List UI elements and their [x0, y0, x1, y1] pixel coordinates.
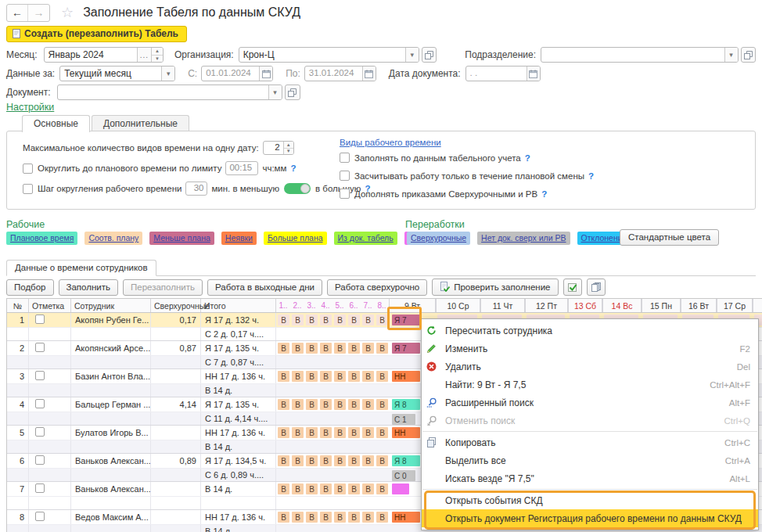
day-cell[interactable]: В: [320, 315, 332, 325]
day-cell[interactable]: В: [278, 399, 289, 410]
row-checkbox[interactable]: [35, 455, 45, 465]
legend-chip[interactable]: Нет док. сверх или РВ: [477, 232, 570, 245]
day-cell[interactable]: В: [306, 399, 318, 410]
day-cell[interactable]: В: [334, 343, 346, 354]
doc-date-field[interactable]: . .: [465, 66, 541, 81]
day-cell[interactable]: В: [376, 483, 388, 494]
month-field[interactable]: Январь 2024 ... ▲▼: [44, 47, 164, 63]
day-column-collapsed-header[interactable]: 6..: [347, 299, 361, 312]
day-cell[interactable]: В: [292, 343, 304, 354]
context-menu-item[interactable]: Отменить поискCtrl+Q: [422, 412, 758, 430]
legend-chip[interactable]: Больше плана: [264, 232, 327, 245]
orders-checkbox[interactable]: [340, 189, 350, 199]
day9-cell[interactable]: Я 7: [392, 343, 420, 354]
toolbar-button[interactable]: Проверить заполнение: [432, 279, 558, 296]
column-header[interactable]: Итого: [201, 299, 276, 312]
day-cell[interactable]: В: [348, 371, 360, 382]
day-column-header[interactable]: 10 Ср: [436, 299, 480, 312]
toolbar-button[interactable]: Работа сверхурочно: [327, 279, 427, 296]
day-cell[interactable]: В: [306, 455, 318, 466]
month-more-button[interactable]: ...: [137, 48, 151, 62]
document-field[interactable]: ▾: [57, 84, 282, 100]
day-cell[interactable]: В: [362, 512, 374, 523]
day-cell[interactable]: В: [376, 399, 388, 410]
row-checkbox[interactable]: [35, 315, 45, 324]
day-cell[interactable]: В: [348, 343, 360, 354]
day-cell[interactable]: В: [348, 399, 360, 410]
day-cell[interactable]: В: [306, 315, 318, 325]
row-checkbox[interactable]: [35, 371, 45, 380]
settings-link[interactable]: Настройки: [6, 102, 54, 113]
day-cell[interactable]: В: [306, 483, 318, 494]
organization-field[interactable]: Крон-Ц ▾: [239, 47, 419, 63]
toolbar-button[interactable]: Перезаполнить: [123, 279, 203, 296]
day-cell[interactable]: В: [348, 483, 360, 494]
to-calendar-icon[interactable]: [362, 66, 376, 81]
tab-additional[interactable]: Дополнительные: [92, 115, 189, 132]
day-cell[interactable]: В: [362, 427, 374, 438]
organization-open-button[interactable]: [422, 47, 437, 63]
row-checkbox[interactable]: [35, 512, 45, 521]
day9-cell[interactable]: НН: [392, 427, 420, 438]
day-cell[interactable]: В: [292, 427, 304, 438]
cb2-help-icon[interactable]: ?: [588, 171, 594, 181]
day-column-header[interactable]: 9 Вт: [389, 299, 436, 312]
day-cell[interactable]: В: [278, 427, 289, 438]
day-cell[interactable]: В: [348, 315, 360, 325]
doc-date-calendar-icon[interactable]: [527, 66, 540, 81]
day-cell[interactable]: В: [348, 512, 360, 523]
day-cell[interactable]: В: [306, 371, 318, 382]
day-cell[interactable]: В: [278, 483, 289, 494]
day-cell[interactable]: В: [306, 427, 318, 438]
max-types-field[interactable]: 2 ▲▼: [263, 141, 294, 155]
day-column-header[interactable]: 13 Сб: [568, 299, 602, 312]
max-types-spinner[interactable]: ▲▼: [283, 142, 293, 154]
day-column-collapsed-header[interactable]: 5..: [332, 299, 347, 312]
day9-cell[interactable]: Я 8: [392, 399, 420, 410]
day-cell[interactable]: В: [334, 315, 346, 325]
day-cell[interactable]: В: [348, 455, 360, 466]
day-column-collapsed-header[interactable]: 1..: [276, 299, 290, 312]
day-cell[interactable]: В: [334, 512, 346, 523]
document-dropdown-icon[interactable]: ▾: [268, 85, 282, 99]
day9-cell[interactable]: НН: [392, 371, 420, 382]
legend-chip[interactable]: Неявки: [221, 232, 257, 245]
data-for-field[interactable]: Текущий месяц ▾: [59, 66, 175, 81]
day-column-header[interactable]: 11 Чт: [480, 299, 525, 312]
step-checkbox[interactable]: [23, 184, 33, 194]
toolbar-button[interactable]: Заполнить: [59, 279, 118, 296]
cb3-help-icon[interactable]: ?: [541, 189, 547, 199]
day-cell[interactable]: В: [334, 399, 346, 410]
legend-chip[interactable]: Плановое время: [6, 232, 77, 245]
day-cell[interactable]: В: [376, 427, 388, 438]
legend-chip[interactable]: Сверхурочные: [407, 232, 470, 245]
day-cell[interactable]: В: [362, 315, 374, 325]
day-cell[interactable]: В: [320, 455, 332, 466]
day-cell[interactable]: В: [278, 371, 289, 382]
day-cell[interactable]: В: [334, 427, 346, 438]
round-field[interactable]: 00:15: [225, 161, 258, 175]
day-cell[interactable]: В: [376, 343, 388, 354]
legend-chip[interactable]: Меньше плана: [149, 232, 214, 245]
department-open-button[interactable]: [741, 47, 756, 63]
legend-chip[interactable]: Соотв. плану: [84, 232, 142, 245]
context-menu-item[interactable]: Расширенный поискAlt+F: [422, 394, 758, 412]
legend-chip[interactable]: Из док. табель: [334, 232, 397, 245]
day-column-collapsed-header[interactable]: 4..: [318, 299, 332, 312]
day-column-collapsed-header[interactable]: 7..: [361, 299, 375, 312]
context-menu-item[interactable]: УдалитьDel: [422, 358, 758, 376]
context-menu-item[interactable]: Открыть события СКД: [422, 491, 758, 509]
day-cell[interactable]: В: [320, 343, 332, 354]
day-cell[interactable]: В: [278, 455, 289, 466]
column-header[interactable]: Сотрудник: [71, 299, 151, 312]
context-menu-item[interactable]: Найти: 9 Вт - Я 7,5Ctrl+Alt+F: [422, 376, 758, 394]
context-menu-item[interactable]: ИзменитьF2: [422, 340, 758, 358]
tab-main[interactable]: Основные: [22, 115, 90, 132]
day-cell[interactable]: В: [334, 371, 346, 382]
day-cell[interactable]: В: [362, 455, 374, 466]
row-checkbox[interactable]: [35, 483, 45, 493]
day-cell[interactable]: В: [362, 399, 374, 410]
month-spinner[interactable]: ▲▼: [151, 48, 163, 62]
organization-dropdown-icon[interactable]: ▾: [405, 48, 419, 62]
row-checkbox[interactable]: [35, 343, 45, 352]
